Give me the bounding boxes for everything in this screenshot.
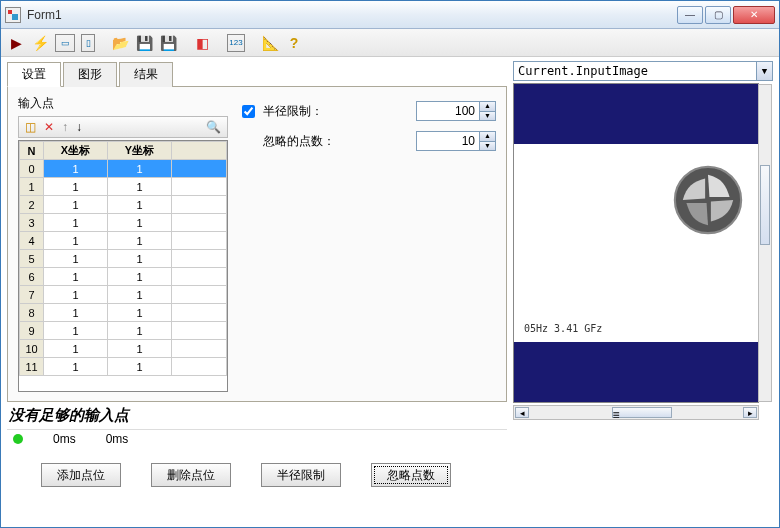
tab-settings[interactable]: 设置 (7, 62, 61, 87)
cell-y[interactable]: 1 (108, 178, 172, 196)
image-source-value: Current.InputImage (514, 64, 756, 78)
toolbar: ▶ ⚡ ▭ ▯ 📂 💾 💾 ◧ 123 📐 ? (1, 29, 779, 57)
table-row[interactable]: 911 (20, 322, 227, 340)
col-x[interactable]: X坐标 (44, 142, 108, 160)
panel2-icon[interactable]: ▯ (81, 34, 95, 52)
select-icon[interactable]: ◫ (25, 120, 36, 134)
table-row[interactable]: 411 (20, 232, 227, 250)
tab-graphics[interactable]: 图形 (63, 62, 117, 87)
spin-down-icon[interactable]: ▼ (479, 142, 495, 151)
titlebar: Form1 — ▢ ✕ (1, 1, 779, 29)
maximize-button[interactable]: ▢ (705, 6, 731, 24)
marker-icon[interactable]: ◧ (193, 34, 211, 52)
cell-y[interactable]: 1 (108, 340, 172, 358)
cell-x[interactable]: 1 (44, 340, 108, 358)
table-row[interactable]: 111 (20, 178, 227, 196)
status-dot-icon (13, 434, 23, 444)
scroll-right-icon[interactable]: ▸ (743, 407, 757, 418)
status-time-1: 0ms (53, 432, 76, 446)
points-grid[interactable]: N X坐标 Y坐标 011111211311411511611711811911… (18, 140, 228, 392)
row-index: 10 (20, 340, 44, 358)
cell-y[interactable]: 1 (108, 214, 172, 232)
close-button[interactable]: ✕ (733, 6, 775, 24)
table-row[interactable]: 211 (20, 196, 227, 214)
cell-y[interactable]: 1 (108, 358, 172, 376)
ignore-points-value[interactable]: 10 (417, 132, 479, 150)
table-row[interactable]: 011 (20, 160, 227, 178)
cell-x[interactable]: 1 (44, 178, 108, 196)
row-index: 1 (20, 178, 44, 196)
run-icon[interactable]: ▶ (7, 34, 25, 52)
tab-result[interactable]: 结果 (119, 62, 173, 87)
cell-y[interactable]: 1 (108, 268, 172, 286)
action-buttons: 添加点位 删除点位 半径限制 忽略点数 (1, 447, 779, 487)
search-icon[interactable]: 🔍 (206, 120, 221, 134)
radius-limit-checkbox[interactable] (242, 105, 255, 118)
cell-y[interactable]: 1 (108, 322, 172, 340)
cell-x[interactable]: 1 (44, 268, 108, 286)
col-spacer (172, 142, 227, 160)
save-as-icon[interactable]: 💾 (159, 34, 177, 52)
cell-x[interactable]: 1 (44, 232, 108, 250)
delete-row-icon[interactable]: ✕ (44, 120, 54, 134)
delete-point-button[interactable]: 删除点位 (151, 463, 231, 487)
cell-x[interactable]: 1 (44, 214, 108, 232)
panel1-icon[interactable]: ▭ (55, 34, 75, 52)
cell-x[interactable]: 1 (44, 358, 108, 376)
grid-toolbar: ◫ ✕ ↑ ↓ 🔍 (18, 116, 228, 138)
move-up-icon[interactable]: ↑ (62, 120, 68, 134)
cell-y[interactable]: 1 (108, 286, 172, 304)
image-source-combo[interactable]: Current.InputImage ▼ (513, 61, 773, 81)
points-group-label: 输入点 (18, 95, 228, 112)
radius-limit-value[interactable]: 100 (417, 102, 479, 120)
spin-up-icon[interactable]: ▲ (479, 132, 495, 142)
measure-icon[interactable]: 📐 (261, 34, 279, 52)
image-caption: 05Hz 3.41 GFz (524, 323, 602, 334)
cell-y[interactable]: 1 (108, 232, 172, 250)
ignore-points-spinner[interactable]: 10 ▲▼ (416, 131, 496, 151)
cell-x[interactable]: 1 (44, 322, 108, 340)
table-row[interactable]: 711 (20, 286, 227, 304)
scroll-left-icon[interactable]: ◂ (515, 407, 529, 418)
ignore-points-button[interactable]: 忽略点数 (371, 463, 451, 487)
col-n[interactable]: N (20, 142, 44, 160)
app-icon (5, 7, 21, 23)
minimize-button[interactable]: — (677, 6, 703, 24)
cell-x[interactable]: 1 (44, 304, 108, 322)
add-point-button[interactable]: 添加点位 (41, 463, 121, 487)
scrollbar-thumb[interactable] (760, 165, 770, 245)
table-row[interactable]: 311 (20, 214, 227, 232)
cell-x[interactable]: 1 (44, 286, 108, 304)
counter-icon[interactable]: 123 (227, 34, 245, 52)
col-y[interactable]: Y坐标 (108, 142, 172, 160)
table-row[interactable]: 511 (20, 250, 227, 268)
chevron-down-icon[interactable]: ▼ (756, 62, 772, 80)
table-row[interactable]: 1011 (20, 340, 227, 358)
cell-y[interactable]: 1 (108, 304, 172, 322)
cell-x[interactable]: 1 (44, 160, 108, 178)
tab-strip: 设置 图形 结果 (7, 61, 507, 87)
cell-x[interactable]: 1 (44, 196, 108, 214)
status-message: 没有足够的输入点 (7, 402, 507, 429)
row-index: 8 (20, 304, 44, 322)
table-row[interactable]: 811 (20, 304, 227, 322)
vertical-scrollbar[interactable] (758, 84, 772, 402)
radius-limit-spinner[interactable]: 100 ▲▼ (416, 101, 496, 121)
cell-y[interactable]: 1 (108, 196, 172, 214)
scrollbar-thumb[interactable]: ≡ (612, 407, 672, 418)
move-down-icon[interactable]: ↓ (76, 120, 82, 134)
spin-down-icon[interactable]: ▼ (479, 112, 495, 121)
radius-limit-button[interactable]: 半径限制 (261, 463, 341, 487)
table-row[interactable]: 1111 (20, 358, 227, 376)
help-icon[interactable]: ? (285, 34, 303, 52)
cell-x[interactable]: 1 (44, 250, 108, 268)
flash-icon[interactable]: ⚡ (31, 34, 49, 52)
save-icon[interactable]: 💾 (135, 34, 153, 52)
cell-y[interactable]: 1 (108, 160, 172, 178)
cell-y[interactable]: 1 (108, 250, 172, 268)
horizontal-scrollbar[interactable]: ◂ ≡ ▸ (513, 405, 759, 420)
open-icon[interactable]: 📂 (111, 34, 129, 52)
spin-up-icon[interactable]: ▲ (479, 102, 495, 112)
table-row[interactable]: 611 (20, 268, 227, 286)
image-preview[interactable]: 05Hz 3.41 GFz (513, 83, 759, 403)
